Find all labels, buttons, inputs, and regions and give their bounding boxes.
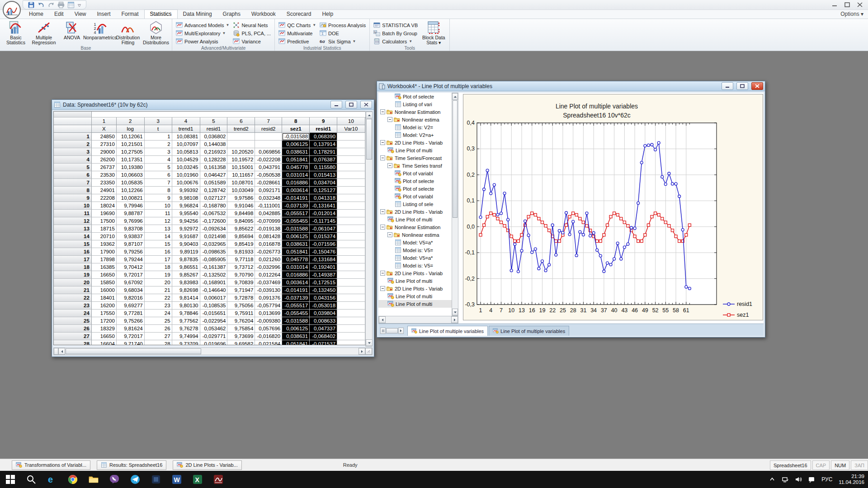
cell[interactable]: 9,69582 — [227, 340, 255, 345]
scroll-up-button[interactable] — [452, 93, 458, 100]
tree-item[interactable]: Line Plot of multi — [378, 292, 452, 300]
cell[interactable]: 0,038631 — [282, 333, 310, 340]
tab-graphs[interactable]: Graphs — [217, 10, 246, 19]
row-header[interactable]: 16 — [54, 248, 92, 256]
cell[interactable] — [337, 156, 365, 164]
cell[interactable]: 9,90403 — [172, 240, 200, 248]
cell[interactable]: 9,81624 — [117, 325, 145, 333]
basic-statistics-button[interactable]: Basic Statistics — [2, 20, 30, 45]
cell[interactable] — [337, 340, 365, 345]
block-data-stats-▾-button[interactable]: Block Data Stats ▾ — [420, 20, 448, 45]
row-header[interactable]: 10 — [54, 202, 92, 210]
cell[interactable]: 0,016886 — [282, 271, 310, 279]
cell[interactable]: 10,19572 — [227, 156, 255, 164]
preview-icon[interactable] — [67, 1, 75, 9]
cell[interactable]: 17900 — [92, 248, 117, 256]
cell[interactable]: 9,69277 — [117, 302, 145, 310]
cell[interactable]: -0,032965 — [200, 240, 228, 248]
corner-cell[interactable] — [54, 117, 92, 125]
column-header-trend2[interactable]: trend2 — [227, 125, 255, 133]
cell[interactable] — [337, 179, 365, 187]
cell[interactable]: 0,051841 — [282, 248, 310, 256]
cell[interactable]: -0,031588 — [282, 225, 310, 233]
row-header[interactable]: 26 — [54, 325, 92, 333]
tree-vertical-scrollbar[interactable] — [452, 93, 458, 316]
cell[interactable]: 0,051841 — [282, 156, 310, 164]
cell[interactable]: 0,045778 — [282, 164, 310, 171]
cell[interactable]: 0,041318 — [310, 194, 337, 202]
cell[interactable]: -0,009380 — [255, 317, 282, 325]
cell[interactable]: -0,168780 — [200, 202, 228, 210]
tree-item[interactable]: Plot of variabl — [378, 192, 452, 200]
column-header-Var10[interactable]: Var10 — [337, 125, 365, 133]
tree-item[interactable]: Line Plot of multi — [378, 216, 452, 223]
cell[interactable]: 9,75854 — [227, 325, 255, 333]
word-icon[interactable]: W — [166, 471, 187, 488]
cell[interactable]: 0,013699 — [255, 310, 282, 317]
tab-scroll-right[interactable] — [398, 328, 404, 334]
cell[interactable]: 0,178291 — [310, 148, 337, 156]
cell[interactable]: -0,108535 — [200, 302, 228, 310]
cell[interactable]: 0,069856 — [255, 148, 282, 156]
cell[interactable]: 16650 — [92, 333, 117, 340]
cell[interactable]: -0,055517 — [282, 302, 310, 310]
cell[interactable]: 0,043791 — [255, 164, 282, 171]
scroll-right-button[interactable] — [451, 316, 458, 323]
cell[interactable]: 9,68034 — [117, 286, 145, 294]
cell[interactable]: 17898 — [92, 256, 117, 263]
cell[interactable]: 8 — [145, 187, 172, 194]
tab-view[interactable]: View — [69, 10, 92, 19]
cell[interactable]: 0,128228 — [200, 156, 228, 164]
cell[interactable] — [337, 164, 365, 171]
cell[interactable]: 9,92972 — [172, 225, 200, 233]
scroll-right-button[interactable] — [359, 348, 365, 355]
cell[interactable]: 9,81933 — [227, 248, 255, 256]
cell[interactable]: 6 — [145, 171, 172, 179]
cell[interactable]: 10,08381 — [172, 133, 200, 141]
viber-icon[interactable] — [104, 471, 125, 488]
cell[interactable]: 0,008633 — [310, 317, 337, 325]
chevron-up-icon[interactable] — [769, 476, 776, 483]
row-header[interactable]: 13 — [54, 225, 92, 233]
scroll-thumb[interactable] — [453, 100, 458, 218]
cell[interactable]: -0,085905 — [200, 256, 228, 263]
cell[interactable] — [337, 194, 365, 202]
cell[interactable]: 0,032348 — [255, 194, 282, 202]
anova-button[interactable]: ANOVA — [58, 20, 86, 45]
tree-item[interactable]: Time Series/Forecast — [378, 154, 452, 162]
column-number[interactable]: 8 — [282, 117, 310, 125]
tree-item[interactable]: Model is: V5= — [378, 262, 452, 269]
cell[interactable]: 0,125127 — [310, 187, 337, 194]
cell[interactable]: 0,216923 — [200, 148, 228, 156]
cell[interactable]: 9,85267 — [172, 271, 200, 279]
tab-edit[interactable]: Edit — [49, 10, 69, 19]
cell[interactable]: 9,84095 — [227, 217, 255, 225]
cell[interactable]: 15850 — [92, 279, 117, 286]
tab-insert[interactable]: Insert — [92, 10, 116, 19]
close-button[interactable] — [751, 82, 763, 90]
cell[interactable]: 0,006125 — [282, 233, 310, 240]
cell[interactable]: -0,071596 — [310, 240, 337, 248]
row-header[interactable]: 20 — [54, 279, 92, 286]
cell[interactable] — [337, 317, 365, 325]
row-header[interactable]: 24 — [54, 310, 92, 317]
cell[interactable]: 0,128742 — [200, 187, 228, 194]
cell[interactable]: 0,016886 — [282, 179, 310, 187]
tree-item[interactable]: Listing of sele — [378, 200, 452, 208]
tree-item[interactable]: Line Plot of multi — [378, 277, 452, 285]
cell[interactable]: 10,05813 — [172, 148, 200, 156]
vertical-scrollbar[interactable] — [365, 111, 373, 347]
cell[interactable]: -0,092634 — [200, 225, 228, 233]
tree-item[interactable]: Nonlinear Estimation — [378, 223, 452, 231]
cell[interactable]: -0,061047 — [310, 225, 337, 233]
app-icon[interactable] — [146, 471, 166, 488]
row-header[interactable]: 5 — [54, 164, 92, 171]
cell[interactable] — [337, 187, 365, 194]
cell[interactable]: 9,87835 — [172, 256, 200, 263]
row-header[interactable]: 22 — [54, 294, 92, 302]
cell[interactable]: 0,081428 — [255, 233, 282, 240]
tree-item[interactable]: Model: V5=a* — [378, 239, 452, 246]
scroll-left-button[interactable] — [58, 348, 65, 355]
row-header[interactable]: 18 — [54, 263, 92, 271]
cell[interactable]: 14 — [145, 233, 172, 240]
